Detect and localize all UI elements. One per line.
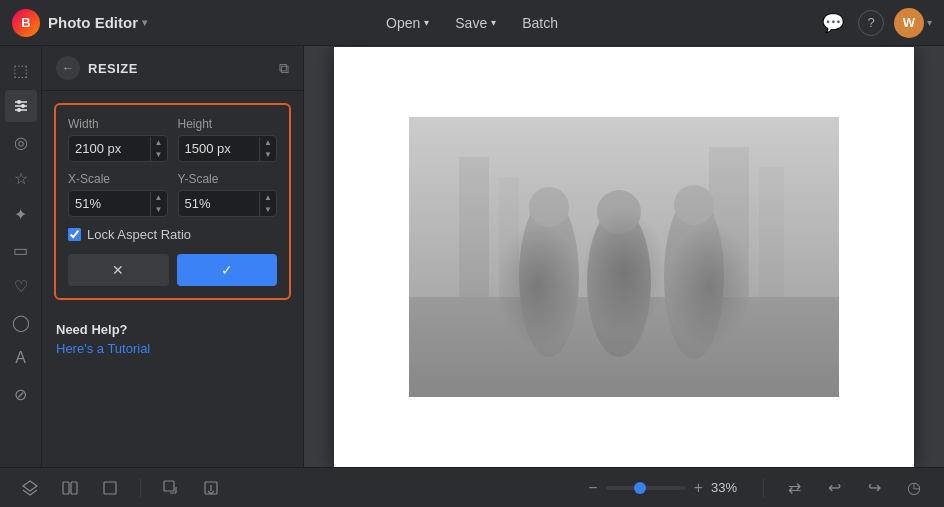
save-button[interactable]: Save ▾	[445, 11, 506, 35]
svg-point-3	[17, 100, 21, 104]
zoom-in-button[interactable]: +	[694, 479, 703, 497]
resize-icon[interactable]	[157, 474, 185, 502]
back-button[interactable]: ←	[56, 56, 80, 80]
rail-star-icon[interactable]: ☆	[5, 162, 37, 194]
compare-icon[interactable]	[56, 474, 84, 502]
zoom-thumb	[634, 482, 646, 494]
svg-rect-9	[499, 177, 519, 297]
width-input-wrap: ▲ ▼	[68, 135, 168, 162]
rail-brush-icon[interactable]: ⊘	[5, 378, 37, 410]
topbar-right: 💬 ? W ▾	[818, 8, 932, 38]
app-logo: B	[12, 9, 40, 37]
rail-adjust-icon[interactable]	[5, 90, 37, 122]
rail-select-icon[interactable]: ⬚	[5, 54, 37, 86]
separator-2	[763, 478, 764, 498]
rail-heart-icon[interactable]: ♡	[5, 270, 37, 302]
width-input[interactable]	[69, 136, 150, 161]
height-down-btn[interactable]: ▼	[260, 149, 276, 161]
xscale-down-btn[interactable]: ▼	[151, 204, 167, 216]
xscale-up-btn[interactable]: ▲	[151, 192, 167, 204]
svg-rect-19	[71, 482, 77, 494]
help-section: Need Help? Here's a Tutorial	[42, 312, 303, 367]
panel-header: ← RESIZE ⧉	[42, 46, 303, 91]
photo-inner	[409, 117, 839, 397]
help-button[interactable]: ?	[858, 10, 884, 36]
layers-bottom-icon[interactable]	[16, 474, 44, 502]
avatar: W	[894, 8, 924, 38]
copy-button[interactable]: ⧉	[279, 60, 289, 77]
action-buttons: ✕ ✓	[68, 254, 277, 286]
height-spinners: ▲ ▼	[259, 137, 276, 161]
dimension-row: Width ▲ ▼ Height ▲	[68, 117, 277, 162]
width-group: Width ▲ ▼	[68, 117, 168, 162]
history-icon[interactable]: ◷	[900, 474, 928, 502]
rail-eye-icon[interactable]: ◎	[5, 126, 37, 158]
width-spinners: ▲ ▼	[150, 137, 167, 161]
svg-point-17	[674, 185, 714, 225]
topbar: B Photo Editor ▾ Open ▾ Save ▾ Batch 💬 ?…	[0, 0, 944, 46]
open-button[interactable]: Open ▾	[376, 11, 439, 35]
photo-image	[409, 117, 839, 397]
height-up-btn[interactable]: ▲	[260, 137, 276, 149]
width-label: Width	[68, 117, 168, 131]
svg-rect-20	[104, 482, 116, 494]
xscale-label: X-Scale	[68, 172, 168, 186]
zoom-slider[interactable]	[606, 486, 686, 490]
width-up-btn[interactable]: ▲	[151, 137, 167, 149]
bottombar: − + 33% ⇄ ↩ ↪ ◷	[0, 467, 944, 507]
chat-button[interactable]: 💬	[818, 8, 848, 38]
side-panel: ← RESIZE ⧉ Width ▲ ▼	[42, 46, 304, 467]
yscale-up-btn[interactable]: ▲	[260, 192, 276, 204]
canvas-background	[334, 47, 914, 467]
app-title: Photo Editor ▾	[48, 14, 147, 31]
crop-icon[interactable]	[96, 474, 124, 502]
yscale-input-wrap: ▲ ▼	[178, 190, 278, 217]
help-link[interactable]: Here's a Tutorial	[56, 341, 150, 356]
rail-shape-icon[interactable]: ◯	[5, 306, 37, 338]
resize-form: Width ▲ ▼ Height ▲	[54, 103, 291, 300]
title-chevron[interactable]: ▾	[142, 17, 147, 28]
svg-point-5	[17, 108, 21, 112]
flip-icon[interactable]: ⇄	[780, 474, 808, 502]
undo-icon[interactable]: ↩	[820, 474, 848, 502]
yscale-spinners: ▲ ▼	[259, 192, 276, 216]
batch-button[interactable]: Batch	[512, 11, 568, 35]
cancel-button[interactable]: ✕	[68, 254, 169, 286]
topbar-center: Open ▾ Save ▾ Batch	[376, 11, 568, 35]
lock-aspect-checkbox[interactable]	[68, 228, 81, 241]
redo-icon[interactable]: ↪	[860, 474, 888, 502]
lock-aspect-row: Lock Aspect Ratio	[68, 227, 277, 242]
lock-aspect-label[interactable]: Lock Aspect Ratio	[87, 227, 191, 242]
xscale-input[interactable]	[69, 191, 150, 216]
rail-text-icon[interactable]: A	[5, 342, 37, 374]
user-avatar-wrap[interactable]: W ▾	[894, 8, 932, 38]
panel-title: RESIZE	[88, 61, 271, 76]
yscale-label: Y-Scale	[178, 172, 278, 186]
xscale-input-wrap: ▲ ▼	[68, 190, 168, 217]
yscale-group: Y-Scale ▲ ▼	[178, 172, 278, 217]
confirm-button[interactable]: ✓	[177, 254, 278, 286]
height-input-wrap: ▲ ▼	[178, 135, 278, 162]
height-label: Height	[178, 117, 278, 131]
svg-point-4	[21, 104, 25, 108]
main-layout: ⬚ ◎ ☆ ✦ ▭ ♡ ◯ A ⊘ ← RESIZE ⧉	[0, 46, 944, 467]
width-down-btn[interactable]: ▼	[151, 149, 167, 161]
height-group: Height ▲ ▼	[178, 117, 278, 162]
help-title: Need Help?	[56, 322, 289, 337]
export-icon[interactable]	[197, 474, 225, 502]
rail-layers-icon[interactable]: ▭	[5, 234, 37, 266]
height-input[interactable]	[179, 136, 260, 161]
rail-effects-icon[interactable]: ✦	[5, 198, 37, 230]
zoom-out-button[interactable]: −	[588, 479, 597, 497]
back-icon: ←	[62, 61, 74, 75]
copy-icon: ⧉	[279, 60, 289, 76]
svg-rect-18	[63, 482, 69, 494]
canvas-area	[304, 46, 944, 467]
svg-rect-21	[164, 481, 174, 491]
xscale-group: X-Scale ▲ ▼	[68, 172, 168, 217]
zoom-level: 33%	[711, 480, 747, 495]
yscale-input[interactable]	[179, 191, 260, 216]
separator-1	[140, 478, 141, 498]
svg-rect-11	[759, 167, 784, 297]
yscale-down-btn[interactable]: ▼	[260, 204, 276, 216]
